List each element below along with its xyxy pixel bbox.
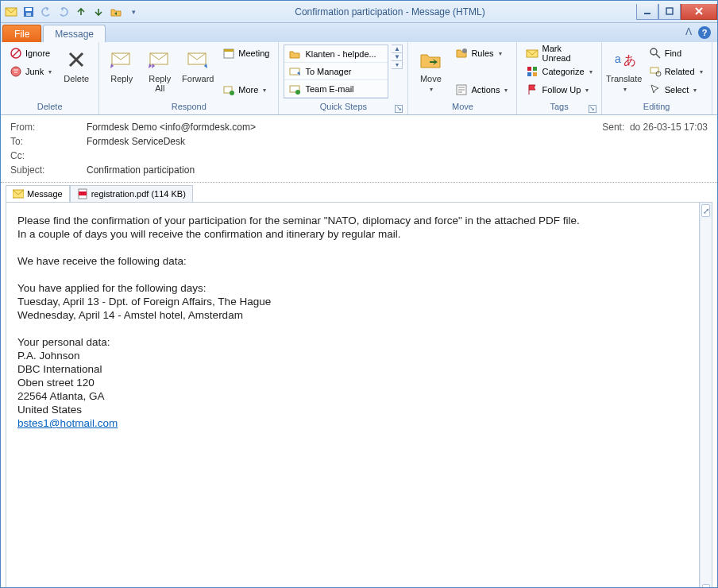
chevron-down-icon: ▾ <box>585 87 589 94</box>
attachment-tabs: Message registration.pdf (114 KB) <box>1 184 717 202</box>
svg-line-7 <box>13 50 19 56</box>
envelope-icon <box>13 189 24 199</box>
group-quicksteps-label: Quick Steps <box>320 102 367 111</box>
group-tags-label: Tags <box>550 102 568 111</box>
chevron-down-icon: ▾ <box>700 68 703 75</box>
svg-text:a: a <box>615 52 621 65</box>
subject-label: Subject: <box>10 164 87 176</box>
message-body[interactable]: Please find the confirmation of your par… <box>6 203 699 588</box>
svg-point-18 <box>295 90 300 95</box>
svg-rect-24 <box>527 72 531 76</box>
svg-rect-36 <box>79 191 87 195</box>
scrollbar-track[interactable]: ▾ <box>700 219 712 588</box>
quick-steps-up[interactable]: ▲ <box>392 45 402 53</box>
translate-icon: aあ <box>612 47 637 72</box>
previous-item-icon[interactable] <box>74 5 88 19</box>
group-delete: Ignore Junk▾ Delete Delete <box>1 42 99 114</box>
body-p6: Wednesday, April 14 - Amstel hotel, Amst… <box>17 308 688 322</box>
group-zoom: Zoom Zoom <box>712 42 718 114</box>
actions-icon <box>455 83 468 96</box>
move-to-folder-icon[interactable] <box>109 5 123 19</box>
related-button[interactable]: Related▾ <box>645 63 707 80</box>
to-label: To: <box>10 136 87 147</box>
reply-all-icon <box>147 47 172 72</box>
maximize-button[interactable] <box>658 4 681 20</box>
minimize-button[interactable] <box>636 4 658 20</box>
svg-rect-4 <box>644 13 650 14</box>
quick-steps-more[interactable]: ▾ <box>392 61 402 68</box>
save-icon[interactable] <box>21 5 36 19</box>
body-p1: Please find the confirmation of your par… <box>17 214 688 227</box>
pdf-icon <box>77 188 88 199</box>
chevron-down-icon: ▾ <box>693 87 697 94</box>
group-respond-label: Respond <box>104 102 273 114</box>
move-label: Move▾ <box>420 74 442 95</box>
body-p9: DBC International <box>17 362 688 376</box>
quickstep-teamemail[interactable]: Team E-mail <box>284 80 388 98</box>
window-title: Confirmation participation - Message (HT… <box>144 6 636 17</box>
quick-access-toolbar: ▾ <box>1 5 144 19</box>
more-label: More <box>238 85 258 95</box>
help-icon[interactable]: ? <box>698 26 711 39</box>
meeting-button[interactable]: Meeting <box>218 44 273 62</box>
more-button[interactable]: More▾ <box>218 81 273 99</box>
select-button[interactable]: Select▾ <box>645 81 707 99</box>
ignore-icon <box>10 47 22 60</box>
follow-up-button[interactable]: Follow Up▾ <box>522 81 596 99</box>
categorize-button[interactable]: Categorize▾ <box>522 63 596 80</box>
to-value: Formdesk ServiceDesk <box>87 136 708 147</box>
quickstep-tomanager[interactable]: To Manager <box>284 63 388 80</box>
translate-button[interactable]: aあ Translate▾ <box>607 44 642 97</box>
undo-icon[interactable] <box>39 5 53 19</box>
window-controls <box>636 4 717 20</box>
delete-button[interactable]: Delete <box>59 44 94 86</box>
actions-button[interactable]: Actions▾ <box>451 81 511 99</box>
group-move-label: Move <box>413 102 511 114</box>
follow-up-label: Follow Up <box>542 85 581 95</box>
tab-file[interactable]: File <box>2 25 41 42</box>
reply-button[interactable]: Reply <box>104 44 139 86</box>
junk-button[interactable]: Junk▾ <box>6 63 56 80</box>
quickstep-klanten[interactable]: Klanten - helpde... <box>284 45 388 63</box>
svg-rect-25 <box>533 72 537 76</box>
select-icon <box>649 83 662 96</box>
tags-dialog-launcher[interactable]: ↘ <box>589 105 596 113</box>
flag-icon <box>526 83 538 96</box>
more-icon <box>222 83 235 96</box>
header-divider <box>1 182 717 183</box>
chevron-down-icon: ▾ <box>48 68 52 75</box>
ribbon-minimize-icon[interactable]: ᐱ <box>685 26 692 39</box>
forward-button[interactable]: Forward <box>180 44 215 86</box>
expand-pane-icon[interactable]: ⤢ <box>701 204 710 217</box>
group-tags: Mark Unread Categorize▾ Follow Up▾ Tags↘ <box>517 42 601 114</box>
app-icon[interactable] <box>4 5 18 19</box>
translate-label: Translate▾ <box>606 74 642 95</box>
svg-line-29 <box>656 54 660 58</box>
attachment-tab-pdf[interactable]: registration.pdf (114 KB) <box>70 185 193 203</box>
next-item-icon[interactable] <box>91 5 106 19</box>
tab-message[interactable]: Message <box>43 25 106 42</box>
qat-customize-icon[interactable]: ▾ <box>126 5 141 19</box>
move-button[interactable]: Move▾ <box>413 44 448 97</box>
close-button[interactable] <box>681 4 717 20</box>
chevron-down-icon: ▾ <box>499 50 502 57</box>
ignore-label: Ignore <box>25 48 50 58</box>
mark-unread-button[interactable]: Mark Unread <box>522 44 596 62</box>
quick-steps-down[interactable]: ▼ <box>392 53 402 61</box>
find-button[interactable]: Find <box>645 44 707 62</box>
redo-icon[interactable] <box>56 5 71 19</box>
quicksteps-dialog-launcher[interactable]: ↘ <box>395 105 403 113</box>
to-manager-icon <box>289 66 300 77</box>
body-p10: Oben street 120 <box>17 376 688 389</box>
body-email-link[interactable]: bstes1@hotmail.com <box>17 417 118 429</box>
ribbon: Ignore Junk▾ Delete Delete Reply Reply A… <box>1 42 717 115</box>
scroll-down-icon[interactable]: ▾ <box>702 584 710 588</box>
attachment-tab-message[interactable]: Message <box>6 185 70 203</box>
reply-all-button[interactable]: Reply All <box>142 44 177 95</box>
rules-button[interactable]: Rules▾ <box>451 44 511 62</box>
find-label: Find <box>665 48 681 58</box>
svg-point-19 <box>462 48 467 53</box>
ignore-button[interactable]: Ignore <box>6 44 56 62</box>
sent-value: do 26-03-15 17:03 <box>630 122 708 133</box>
move-icon <box>418 47 443 72</box>
